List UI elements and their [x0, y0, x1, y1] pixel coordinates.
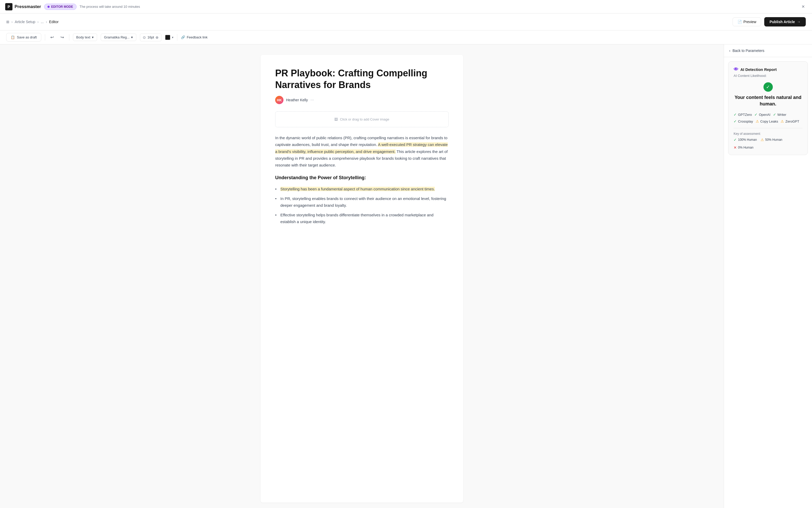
publish-label: Publish Article — [769, 20, 795, 24]
key-0-label: 0% Human — [738, 146, 753, 149]
breadcrumb-grid-icon[interactable]: ⊞ — [6, 20, 9, 24]
breadcrumb-actions: 📄 Preview Publish Article → — [732, 17, 806, 27]
article-subheading: Understanding the Power of Storytelling: — [275, 174, 449, 182]
breadcrumb-editor: Editor — [49, 20, 59, 24]
article-body[interactable]: In the dynamic world of public relations… — [275, 134, 449, 225]
author-menu-dots[interactable]: ··· — [311, 98, 314, 102]
detector-writer: ✓ Writer — [773, 113, 786, 117]
breadcrumb-dots[interactable]: ... — [41, 20, 44, 24]
detector-zero-gpt-label: ZeroGPT — [785, 120, 799, 123]
logo: P Pressmaster — [5, 3, 41, 10]
cover-image-placeholder[interactable]: 🖼 Click or drag to add Cover image — [275, 112, 449, 127]
top-bar-right: × — [800, 3, 807, 11]
detector-gpt-zero: ✓ GPTZero — [734, 113, 752, 117]
cover-image-icon: 🖼 — [334, 117, 338, 121]
detector-openai: ✓ OpenAI — [754, 113, 770, 117]
bullet1-highlight: Storytelling has been a fundamental aspe… — [280, 187, 435, 191]
text-style-chevron: ▾ — [92, 35, 94, 39]
main-layout: PR Playbook: Crafting Compelling Narrati… — [0, 44, 812, 508]
back-to-parameters-button[interactable]: ‹ Back to Parameters — [724, 44, 812, 57]
ai-detection-report-card: 👁 AI Detection Report AI Content Likelih… — [728, 61, 808, 155]
top-bar: P Pressmaster EDITOR MODE The process wi… — [0, 0, 812, 13]
ai-detectors-list: ✓ GPTZero ✓ OpenAI ✓ Writer ✓ Crossplay … — [734, 113, 802, 123]
bullet-item-2: In PR, storytelling enables brands to co… — [275, 195, 449, 209]
top-bar-left: P Pressmaster EDITOR MODE The process wi… — [5, 3, 140, 10]
logo-icon: P — [5, 3, 12, 10]
key-100-label: 100% Human — [738, 138, 757, 141]
detector-crossplay-icon: ✓ — [734, 119, 737, 123]
font-size-control[interactable]: ⊙ 16pt ⊕ — [140, 34, 162, 41]
feedback-icon: 🔗 — [181, 35, 185, 39]
preview-button[interactable]: 📄 Preview — [732, 17, 761, 26]
back-arrow-icon: ‹ — [729, 49, 730, 53]
ai-check-icon: ✓ — [763, 82, 773, 92]
key-0-human: ✕ 0% Human — [734, 145, 753, 150]
publish-arrow-icon: → — [797, 20, 801, 24]
author-row: HK Heather Kelly ··· — [275, 96, 449, 104]
breadcrumb-sep1: › — [11, 20, 13, 24]
bullet-item-3: Effective storytelling helps brands diff… — [275, 212, 449, 225]
save-draft-label: Save as draft — [17, 35, 37, 39]
key-100-human: ✓ 100% Human — [734, 138, 757, 142]
key-red-icon: ✕ — [734, 145, 737, 150]
detector-writer-icon: ✓ — [773, 113, 776, 117]
author-initials: HK — [277, 98, 282, 102]
article-paragraph-1: In the dynamic world of public relations… — [275, 134, 449, 169]
ai-result-text: Your content feels natural and human. — [734, 94, 802, 107]
toolbar-separator-1 — [45, 34, 45, 41]
detector-zero-gpt: ⚠ ZeroGPT — [780, 119, 799, 123]
detector-gpt-zero-icon: ✓ — [734, 113, 737, 117]
text-style-dropdown[interactable]: Body text ▾ — [73, 34, 97, 41]
font-size-circle-icon: ⊙ — [143, 35, 146, 39]
editor-content: PR Playbook: Crafting Compelling Narrati… — [261, 55, 463, 503]
editor-area[interactable]: PR Playbook: Crafting Compelling Narrati… — [0, 44, 724, 508]
logo-name: Pressmaster — [14, 4, 41, 9]
bullet3-text: Effective storytelling helps brands diff… — [280, 213, 434, 224]
bullet2-text: In PR, storytelling enables brands to co… — [280, 196, 446, 208]
key-assessment-label: Key of assessment: — [734, 132, 802, 136]
close-button[interactable]: × — [800, 3, 807, 11]
undo-button[interactable]: ↩ — [49, 34, 55, 41]
color-picker[interactable]: ▾ — [165, 35, 173, 40]
feedback-link-button[interactable]: 🔗 Feedback link — [181, 35, 208, 39]
font-chevron: ▾ — [131, 35, 133, 39]
redo-button[interactable]: ↪ — [59, 34, 65, 41]
publish-button[interactable]: Publish Article → — [764, 17, 806, 27]
detector-writer-label: Writer — [777, 113, 786, 117]
detector-crossplay-label: Crossplay — [738, 120, 753, 123]
font-size-value: 16pt — [147, 35, 154, 39]
breadcrumb-sep3: › — [46, 20, 47, 24]
ai-report-title: AI Detection Report — [740, 67, 777, 72]
right-panel: ‹ Back to Parameters 👁 AI Detection Repo… — [724, 44, 812, 508]
preview-icon: 📄 — [737, 20, 742, 24]
key-row: ✓ 100% Human ⚠ 50% Human ✕ 0% Human — [734, 138, 802, 150]
preview-label: Preview — [743, 20, 757, 24]
editor-mode-label: EDITOR MODE — [51, 5, 73, 9]
breadcrumb-sep2: › — [37, 20, 39, 24]
article-bullet-list: Storytelling has been a fundamental aspe… — [275, 186, 449, 225]
detector-crossplay: ✓ Crossplay — [734, 119, 753, 123]
detector-copy-leaks-label: Copy Leaks — [760, 120, 778, 123]
breadcrumb-article-setup[interactable]: Article Setup — [15, 20, 35, 24]
save-draft-button[interactable]: 📋 Save as draft — [6, 33, 41, 42]
font-size-plus-icon: ⊕ — [155, 35, 159, 39]
author-name: Heather Kelly — [286, 98, 308, 102]
font-dropdown[interactable]: Gramatika Reg... ▾ — [101, 34, 136, 41]
detector-zero-gpt-icon: ⚠ — [780, 119, 784, 123]
editor-mode-dot — [47, 6, 50, 8]
toolbar: 📋 Save as draft ↩ ↪ Body text ▾ Gramatik… — [0, 30, 812, 44]
breadcrumb: ⊞ › Article Setup › ... › Editor — [6, 20, 59, 24]
bullet-item-1: Storytelling has been a fundamental aspe… — [275, 186, 449, 193]
key-orange-icon: ⚠ — [761, 138, 764, 142]
font-label: Gramatika Reg... — [104, 35, 130, 39]
editor-mode-badge: EDITOR MODE — [44, 4, 76, 10]
detector-openai-label: OpenAI — [759, 113, 770, 117]
key-50-human: ⚠ 50% Human — [761, 138, 782, 142]
key-assessment-section: Key of assessment: ✓ 100% Human ⚠ 50% Hu… — [734, 128, 802, 150]
key-50-label: 50% Human — [765, 138, 782, 141]
author-avatar: HK — [275, 96, 283, 104]
ai-report-header: 👁 AI Detection Report — [734, 67, 802, 72]
detector-copy-leaks: ⚠ Copy Leaks — [756, 119, 778, 123]
toolbar-separator-3 — [177, 34, 177, 41]
article-title[interactable]: PR Playbook: Crafting Compelling Narrati… — [275, 67, 449, 91]
